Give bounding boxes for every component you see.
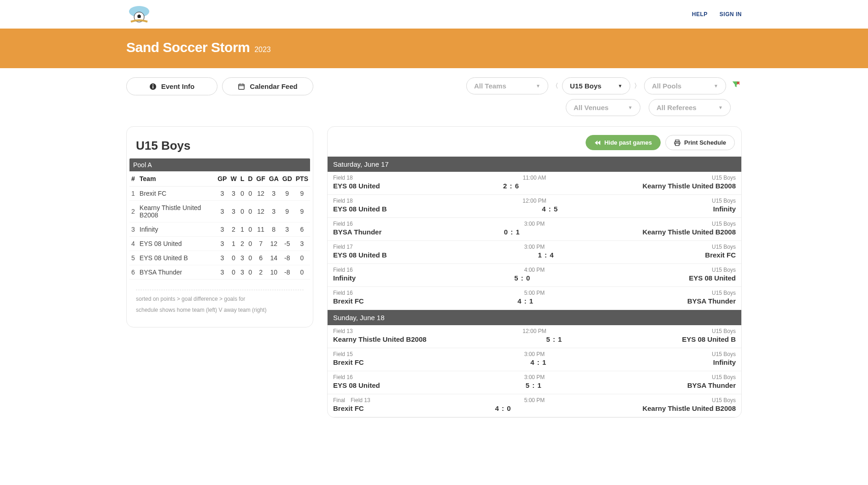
cell-w: 0	[229, 265, 238, 280]
game-field: Field 16	[333, 267, 353, 273]
game-row[interactable]: Field 16 3:00 PM U15 Boys BYSA Thunder 0…	[328, 218, 741, 241]
cell-d: 0	[246, 201, 254, 222]
cell-ga: 8	[267, 222, 281, 237]
game-row[interactable]: Field 18 12:00 PM U15 Boys EYS 08 United…	[328, 195, 741, 218]
game-field: Field 15	[333, 351, 353, 357]
col-rank: #	[129, 171, 137, 187]
cell-gp: 3	[216, 265, 229, 280]
cell-gd: 9	[281, 201, 294, 222]
calendar-feed-button[interactable]: Calendar Feed	[222, 77, 313, 95]
sign-in-link[interactable]: SIGN IN	[720, 11, 742, 18]
hide-past-games-button[interactable]: Hide past games	[586, 135, 661, 150]
day-header: Saturday, June 17	[328, 157, 741, 172]
svg-rect-6	[239, 84, 244, 89]
cell-w: 3	[229, 201, 238, 222]
clear-filters-button[interactable]	[729, 77, 740, 90]
rewind-icon	[594, 140, 601, 146]
game-field: Field 16	[333, 221, 353, 227]
cell-d: 0	[246, 265, 254, 280]
print-schedule-label: Print Schedule	[684, 139, 726, 146]
col-l: L	[239, 171, 246, 187]
standings-row[interactable]: 1 Brexit FC 3 3 0 0 12 3 9 9	[129, 187, 310, 201]
game-time: 3:00 PM	[524, 221, 545, 227]
cell-rank: 6	[129, 265, 137, 280]
svg-marker-13	[595, 140, 598, 145]
game-time: 3:00 PM	[524, 351, 545, 357]
pools-filter-label: All Pools	[652, 82, 681, 90]
game-row[interactable]: FinalField 13 5:00 PM U15 Boys Brexit FC…	[328, 394, 741, 417]
home-team: EYS 08 United	[333, 381, 380, 389]
game-round: Final	[333, 397, 345, 403]
col-gp: GP	[216, 171, 229, 187]
pool-header: Pool A	[129, 158, 310, 171]
cell-gp: 3	[216, 187, 229, 201]
event-title: Sand Soccer Storm	[126, 40, 250, 55]
cell-l: 3	[239, 265, 246, 280]
next-division-button[interactable]: 〉	[633, 80, 641, 92]
standings-row[interactable]: 3 Infinity 3 2 1 0 11 8 3 6	[129, 222, 310, 237]
home-team: Kearny Thistle United B2008	[333, 335, 427, 343]
org-logo[interactable]	[126, 4, 152, 24]
cell-gp: 3	[216, 222, 229, 237]
game-time: 11:00 AM	[523, 175, 546, 181]
division-filter[interactable]: U15 Boys ▼	[562, 77, 630, 94]
schedule-panel: Hide past games Print Schedule Saturday,…	[327, 126, 742, 418]
home-team: BYSA Thunder	[333, 228, 381, 236]
caret-down-icon: ▼	[628, 105, 633, 110]
filter-clear-icon	[732, 80, 740, 88]
cell-team: EYS 08 United	[137, 237, 216, 251]
cell-team: EYS 08 United B	[137, 251, 216, 265]
game-division: U15 Boys	[712, 198, 736, 204]
game-division: U15 Boys	[712, 267, 736, 273]
cell-d: 0	[246, 251, 254, 265]
print-schedule-button[interactable]: Print Schedule	[665, 135, 735, 150]
game-division: U15 Boys	[712, 328, 736, 334]
referees-filter[interactable]: All Referees ▼	[649, 99, 731, 116]
game-time: 4:00 PM	[524, 267, 545, 273]
cell-ga: 3	[267, 187, 281, 201]
standings-row[interactable]: 5 EYS 08 United B 3 0 3 0 6 14 -8 0	[129, 251, 310, 265]
cell-team: Brexit FC	[137, 187, 216, 201]
away-team: EYS 08 United B	[682, 335, 736, 343]
cell-team: BYSA Thunder	[137, 265, 216, 280]
cell-rank: 5	[129, 251, 137, 265]
cell-rank: 2	[129, 201, 137, 222]
away-team: Brexit FC	[705, 251, 736, 259]
game-row[interactable]: Field 16 5:00 PM U15 Boys Brexit FC 4 : …	[328, 287, 741, 310]
standings-row[interactable]: 2 Kearny Thistle United B2008 3 3 0 0 12…	[129, 201, 310, 222]
game-field: Field 18	[333, 175, 353, 181]
game-score: 4 : 5	[542, 205, 558, 213]
venues-filter[interactable]: All Venues ▼	[566, 99, 640, 116]
teams-filter[interactable]: All Teams ▼	[466, 77, 548, 94]
pools-filter[interactable]: All Pools ▼	[644, 77, 726, 94]
cell-team: Kearny Thistle United B2008	[137, 201, 216, 222]
game-row[interactable]: Field 16 3:00 PM U15 Boys EYS 08 United …	[328, 371, 741, 394]
cell-gp: 3	[216, 201, 229, 222]
cell-w: 1	[229, 237, 238, 251]
cell-gf: 7	[254, 237, 267, 251]
game-row[interactable]: Field 17 3:00 PM U15 Boys EYS 08 United …	[328, 241, 741, 264]
prev-division-button[interactable]: 〈	[551, 80, 559, 92]
caret-down-icon: ▼	[536, 83, 540, 88]
col-d: D	[246, 171, 254, 187]
game-division: U15 Boys	[712, 374, 736, 380]
game-row[interactable]: Field 13 12:00 PM U15 Boys Kearny Thistl…	[328, 325, 741, 348]
cell-w: 2	[229, 222, 238, 237]
cell-pts: 9	[294, 201, 310, 222]
game-row[interactable]: Field 16 4:00 PM U15 Boys Infinity 5 : 0…	[328, 264, 741, 287]
game-field: Field 16	[333, 290, 353, 296]
help-link[interactable]: HELP	[692, 11, 708, 18]
home-team: Brexit FC	[333, 404, 364, 412]
cell-rank: 1	[129, 187, 137, 201]
game-row[interactable]: Field 15 3:00 PM U15 Boys Brexit FC 4 : …	[328, 348, 741, 371]
col-gd: GD	[281, 171, 294, 187]
away-team: Kearny Thistle United B2008	[642, 182, 736, 190]
cell-l: 0	[239, 201, 246, 222]
caret-down-icon: ▼	[618, 83, 622, 88]
cell-gd: -8	[281, 251, 294, 265]
event-info-button[interactable]: Event Info	[126, 77, 217, 95]
game-row[interactable]: Field 18 11:00 AM U15 Boys EYS 08 United…	[328, 172, 741, 195]
event-banner: Sand Soccer Storm 2023	[0, 29, 868, 68]
standings-row[interactable]: 6 BYSA Thunder 3 0 3 0 2 10 -8 0	[129, 265, 310, 280]
standings-row[interactable]: 4 EYS 08 United 3 1 2 0 7 12 -5 3	[129, 237, 310, 251]
